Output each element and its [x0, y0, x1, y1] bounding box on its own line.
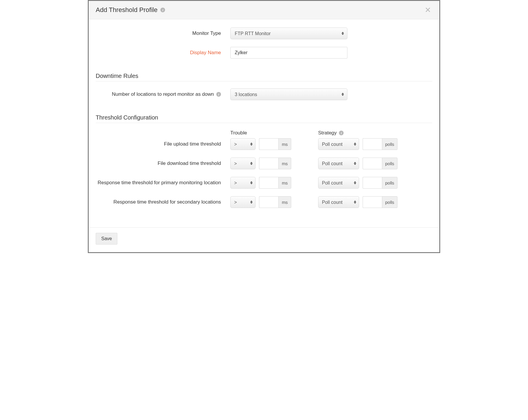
ms-input[interactable]: [259, 196, 278, 208]
unit-ms: ms: [278, 196, 291, 208]
threshold-row: Response time threshold for primary moni…: [96, 177, 432, 189]
row-display-name: Display Name: [96, 47, 432, 59]
unit-polls: polls: [382, 158, 397, 169]
ms-input-group: ms: [259, 158, 291, 169]
ms-input-group: ms: [259, 138, 291, 150]
close-icon[interactable]: ✕: [424, 6, 432, 14]
polls-input-group: polls: [363, 177, 397, 189]
select-monitor-type[interactable]: FTP RTT Monitor: [230, 28, 347, 39]
divider: [96, 81, 432, 81]
row-monitor-type: Monitor Type FTP RTT Monitor: [96, 28, 432, 39]
unit-ms: ms: [278, 177, 291, 189]
polls-input[interactable]: [363, 177, 382, 189]
select-locations-input[interactable]: 3 locations: [230, 88, 347, 100]
polls-input-group: polls: [363, 196, 397, 208]
operator-select[interactable]: >: [230, 138, 256, 150]
unit-polls: polls: [382, 138, 397, 150]
select-locations[interactable]: 3 locations: [230, 88, 347, 100]
unit-ms: ms: [278, 158, 291, 169]
modal-title: Add Threshold Profile i: [96, 6, 165, 14]
modal-body: Monitor Type FTP RTT Monitor Display Nam…: [89, 19, 439, 227]
polls-input[interactable]: [363, 158, 382, 169]
label-locations: Number of locations to report monitor as…: [96, 91, 230, 97]
label-display-name: Display Name: [96, 50, 230, 56]
threshold-row: File download time threshold>msPoll coun…: [96, 158, 432, 169]
polls-input[interactable]: [363, 138, 382, 150]
save-button[interactable]: Save: [96, 233, 117, 245]
modal-footer: Save: [89, 227, 439, 252]
polls-input-group: polls: [363, 138, 397, 150]
ms-input[interactable]: [259, 138, 278, 150]
strategy-select-input[interactable]: Poll count: [318, 158, 359, 169]
strategy-select[interactable]: Poll count: [318, 138, 359, 150]
strategy-select-input[interactable]: Poll count: [318, 196, 359, 208]
operator-select-input[interactable]: >: [230, 196, 256, 208]
modal-add-threshold-profile: Add Threshold Profile i ✕ Monitor Type F…: [88, 0, 440, 253]
col-head-trouble: Trouble: [230, 130, 318, 138]
info-icon[interactable]: i: [216, 92, 221, 97]
ms-input-group: ms: [259, 196, 291, 208]
ms-input[interactable]: [259, 158, 278, 169]
strategy-select[interactable]: Poll count: [318, 177, 359, 189]
polls-input[interactable]: [363, 196, 382, 208]
strategy-select[interactable]: Poll count: [318, 196, 359, 208]
threshold-row-label: File upload time threshold: [96, 138, 230, 148]
operator-select-input[interactable]: >: [230, 177, 256, 189]
operator-select-input[interactable]: >: [230, 158, 256, 169]
operator-select-input[interactable]: >: [230, 138, 256, 150]
display-name-input[interactable]: [230, 47, 347, 59]
operator-select[interactable]: >: [230, 177, 256, 189]
row-locations: Number of locations to report monitor as…: [96, 88, 432, 100]
threshold-row: Response time threshold for secondary lo…: [96, 196, 432, 208]
ms-input[interactable]: [259, 177, 278, 189]
label-monitor-type: Monitor Type: [96, 30, 230, 36]
modal-title-text: Add Threshold Profile: [96, 6, 157, 14]
unit-polls: polls: [382, 196, 397, 208]
operator-select[interactable]: >: [230, 196, 256, 208]
strategy-select-input[interactable]: Poll count: [318, 138, 359, 150]
section-threshold-title: Threshold Configuration: [96, 114, 432, 121]
strategy-select[interactable]: Poll count: [318, 158, 359, 169]
ms-input-group: ms: [259, 177, 291, 189]
threshold-header-row: Trouble Strategy i: [96, 130, 432, 138]
operator-select[interactable]: >: [230, 158, 256, 169]
modal-header: Add Threshold Profile i ✕: [89, 1, 439, 19]
divider: [96, 123, 432, 123]
col-head-strategy: Strategy i: [318, 130, 406, 138]
unit-ms: ms: [278, 138, 291, 150]
select-monitor-type-input[interactable]: FTP RTT Monitor: [230, 28, 347, 39]
threshold-row-label: Response time threshold for primary moni…: [96, 177, 230, 186]
strategy-select-input[interactable]: Poll count: [318, 177, 359, 189]
polls-input-group: polls: [363, 158, 397, 169]
threshold-row-label: File download time threshold: [96, 158, 230, 167]
unit-polls: polls: [382, 177, 397, 189]
info-icon[interactable]: i: [160, 8, 165, 12]
section-downtime-title: Downtime Rules: [96, 73, 432, 79]
threshold-row: File upload time threshold>msPoll countp…: [96, 138, 432, 150]
threshold-row-label: Response time threshold for secondary lo…: [96, 196, 230, 206]
info-icon[interactable]: i: [339, 131, 344, 135]
